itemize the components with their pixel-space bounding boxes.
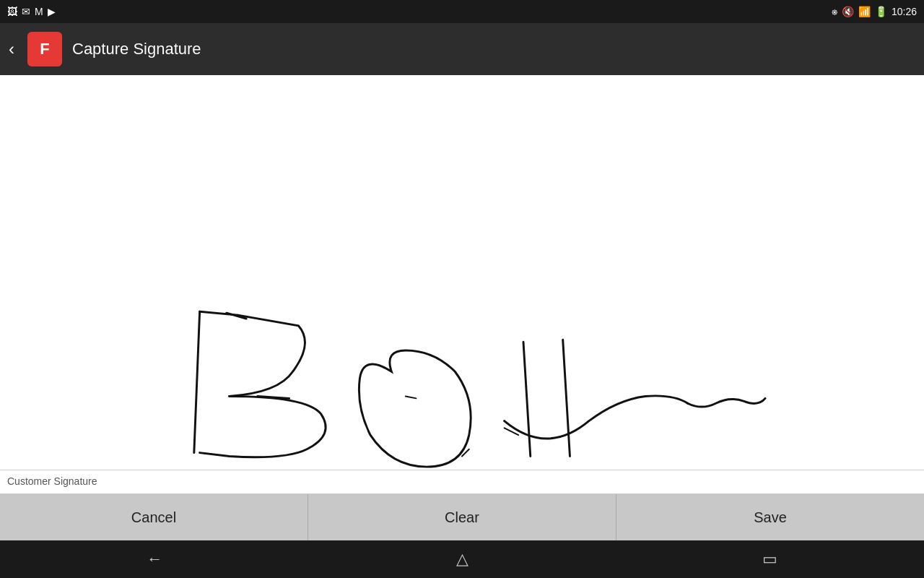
mute-icon: 🔇 xyxy=(842,6,854,17)
status-bar: 🖼 ✉ M ▶ ⎈ 🔇 📶 🔋 10:26 xyxy=(0,0,924,23)
gmail-icon: M xyxy=(35,6,43,17)
signature-label: Customer Signature xyxy=(7,475,97,487)
button-bar: Cancel Clear Save xyxy=(0,494,924,540)
back-nav-icon[interactable]: ← xyxy=(132,544,177,574)
google-play-icon: ▶ xyxy=(48,6,56,17)
app-bar: ‹ F Capture Signature xyxy=(0,23,924,75)
home-nav-icon[interactable]: △ xyxy=(442,544,483,574)
app-logo-letter: F xyxy=(40,40,49,59)
status-bar-right: ⎈ 🔇 📶 🔋 10:26 xyxy=(832,6,917,17)
battery-icon: 🔋 xyxy=(875,6,887,17)
signature-label-area: Customer Signature xyxy=(0,470,924,494)
signature-divider xyxy=(0,470,924,470)
email-icon: ✉ xyxy=(22,6,30,17)
signature-canvas-area[interactable] xyxy=(0,75,924,470)
nav-bar: ← △ ▭ xyxy=(0,540,924,578)
photo-icon: 🖼 xyxy=(7,6,17,17)
status-bar-left: 🖼 ✉ M ▶ xyxy=(7,6,56,17)
recents-nav-icon[interactable]: ▭ xyxy=(748,544,792,574)
wifi-icon: 📶 xyxy=(858,6,871,17)
app-logo: F xyxy=(27,32,62,66)
cancel-button[interactable]: Cancel xyxy=(0,494,308,540)
save-button[interactable]: Save xyxy=(616,494,924,540)
clear-button[interactable]: Clear xyxy=(308,494,616,540)
signature-drawing xyxy=(0,75,924,470)
back-button[interactable]: ‹ xyxy=(9,39,14,59)
bluetooth-icon: ⎈ xyxy=(832,6,837,17)
page-title: Capture Signature xyxy=(72,40,201,59)
time-display: 10:26 xyxy=(892,6,917,17)
